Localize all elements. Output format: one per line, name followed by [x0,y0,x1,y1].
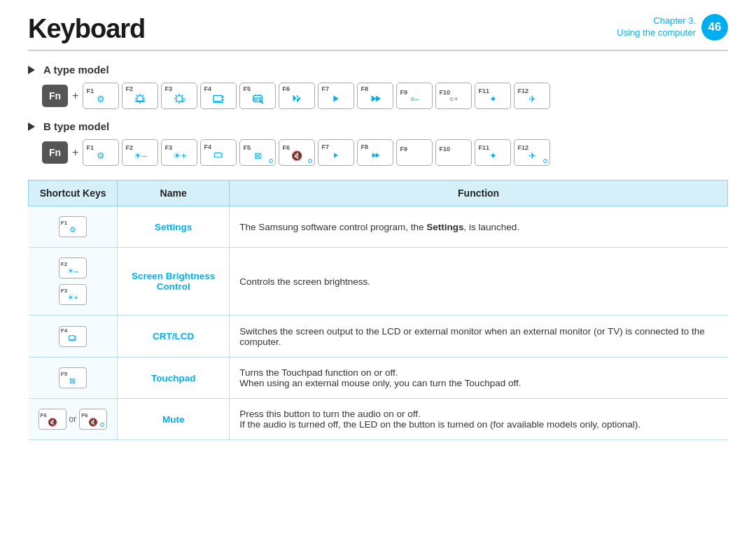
svg-point-10 [176,95,183,101]
f7-label-b: F7 [321,144,329,150]
func-cell-crt: Switches the screen output to the LCD or… [230,316,728,358]
triangle-icon-b [28,122,35,131]
f3-label-b: F3 [164,145,172,151]
a-type-label-text: A type model [43,64,109,76]
chapter-info: Chapter 3. Using the computer 46 [617,14,728,41]
svg-marker-34 [372,95,377,101]
b-type-section-label: B type model [28,120,728,132]
tbl-key-f2: F2 ☀– [59,258,87,278]
f6b-circle [100,423,104,427]
f12-circle-b [543,159,547,163]
f7-icon-a [330,92,342,106]
shortcut-table: Shortcut Keys Name Function F1 ⚙ Setting… [28,180,728,440]
or-text: or [69,414,77,424]
f1-key-a: F1 ⚙ [83,83,119,109]
table-row: F2 ☀– F3 ☀+ Screen Brightness Control Co… [29,248,728,316]
plus-sign-b: + [72,146,78,159]
f9-icon-b [414,153,416,160]
f6-label-b: F6 [282,145,290,151]
f6-key-b: F6 🔇 [279,139,315,166]
f1-icon-a: ⚙ [97,94,105,104]
f6-label-a: F6 [282,86,290,92]
f5-icon-b: ⊠ [254,151,262,160]
keys-stack-brightness: F2 ☀– F3 ☀+ [38,256,108,306]
f8-icon-a [369,92,382,106]
f12-icon-a: ✈ [528,94,536,104]
triangle-icon [28,66,35,74]
f11-icon-a: ✦ [489,94,497,104]
func-cell-brightness: Controls the screen brightness. [230,248,728,316]
key-cell-brightness: F2 ☀– F3 ☀+ [29,248,118,316]
f10-label-a: F10 [439,90,450,96]
f8-icon-b [370,150,380,162]
f4-key-b: F4 [200,139,237,166]
f2-icon-a [134,92,146,106]
func-cell-touchpad: Turns the Touchpad function on or off. W… [230,358,728,399]
svg-rect-21 [214,95,223,101]
f4-label-b: F4 [204,144,211,150]
b-type-label-text: B type model [43,120,109,132]
table-header-row: Shortcut Keys Name Function [29,181,728,206]
fn-key-b: Fn [42,141,68,164]
key-cell-mute: F6 🔇 or F6 🔇 [29,399,118,440]
f2-label-b: F2 [125,145,133,151]
f6-icon-a [290,92,303,106]
f4-icon-b [214,150,223,162]
f8-key-b: F8 [357,139,393,166]
f5-circle-b [269,159,273,163]
f9-label-b: F9 [400,146,407,153]
f12-label-a: F12 [517,88,528,94]
svg-marker-33 [334,95,339,101]
f10-icon-b [453,153,455,160]
tbl-key-f6a: F6 🔇 [38,409,66,430]
f10-key-a: F10 ≡+ [435,83,472,109]
f9-icon-a: ≡– [411,96,419,103]
f12-icon-b: ✈ [528,151,536,160]
f7-icon-b [331,150,341,162]
f11-icon-b: ✦ [489,151,497,160]
f10-label-b: F10 [439,146,450,153]
f2-icon-b: ☀– [134,151,147,160]
f8-label-b: F8 [360,144,368,150]
f2-key-b: F2 ☀– [122,139,158,166]
chapter-text: Chapter 3. Using the computer [617,15,696,39]
f5-key-a: F5 [239,83,276,109]
f11-label-b: F11 [478,145,489,151]
name-cell-settings: Settings [118,206,230,248]
tbl-key-f4: F4 [59,326,87,347]
chapter-sublabel: Using the computer [617,27,696,39]
f11-label-a: F11 [478,88,489,94]
f2-key-a: F2 [122,83,158,109]
svg-line-17 [176,101,176,101]
table-row: F5 ⊠ Touchpad Turns the Touchpad functio… [29,358,728,399]
f12-key-b: F12 ✈ [514,139,550,166]
f1-icon-b: ⚙ [97,151,105,160]
key-cell-settings: F1 ⚙ [29,206,118,248]
chapter-label: Chapter 3. [617,15,696,27]
svg-marker-39 [335,153,339,157]
tbl-key-f3: F3 ☀+ [59,284,87,305]
plus-sign-a: + [72,90,78,102]
f8-label-a: F8 [360,86,368,92]
key-cell-touchpad: F5 ⊠ [29,358,118,399]
f5-key-b: F5 ⊠ [239,139,276,166]
a-type-section-label: A type model [28,64,728,76]
svg-line-15 [176,94,176,95]
svg-marker-41 [376,153,380,157]
f3-icon-b: ☀+ [173,151,187,160]
f7-key-a: F7 [318,83,354,109]
name-cell-crt: CRT/LCD [118,316,230,358]
func-cell-mute: Press this button to turn the audio on o… [230,399,728,440]
fn-key-a: Fn [42,85,68,107]
header: Keyboard Chapter 3. Using the computer 4… [28,14,728,51]
f10-icon-a: ≡+ [450,96,458,103]
tbl-key-f5: F5 ⊠ [59,367,87,388]
f12-key-a: F12 ✈ [514,83,550,109]
table-row: F6 🔇 or F6 🔇 Mute Press this button to t… [29,399,728,440]
func-cell-settings: The Samsung software control program, th… [230,206,728,248]
name-cell-brightness: Screen Brightness Control [118,248,230,316]
f12-label-b: F12 [517,145,528,151]
col-header-keys: Shortcut Keys [29,181,118,206]
svg-line-5 [136,94,137,95]
f5-icon-a [251,92,264,106]
